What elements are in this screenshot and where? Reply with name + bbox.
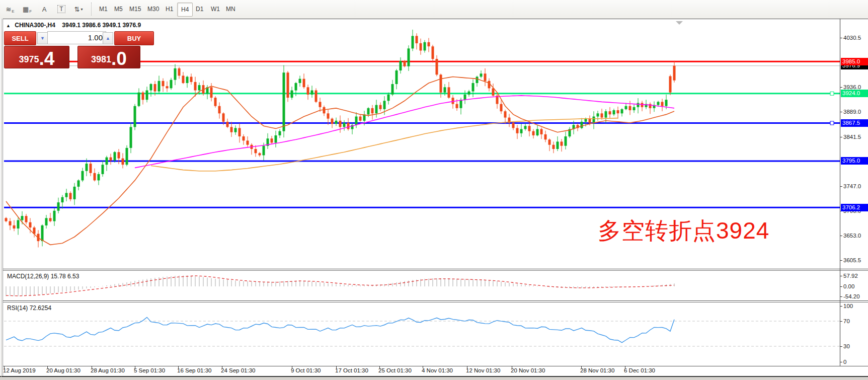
rsi-tick-label: 70 [843, 318, 850, 325]
fibonacci-grid-tool-icon[interactable]: ▦F [21, 3, 33, 15]
timeframe-button-m15[interactable]: M15 [126, 3, 144, 16]
macd-tick-mark [840, 286, 842, 287]
price-badge-3706.2: 3706.2 [841, 204, 868, 211]
price-tick-label: 3747.0 [843, 183, 861, 190]
window-left-border [1, 19, 2, 377]
macd-separator[interactable] [3, 269, 868, 269]
price-axis-border [840, 19, 840, 366]
macd-label: MACD(12,26,9) 15.78 6.53 [7, 273, 79, 280]
volume-input[interactable]: 1.00 [47, 31, 106, 44]
price-tick-label: 3841.5 [843, 133, 861, 140]
price-badge-3985.0: 3985.0 [841, 58, 868, 65]
price-badge-3795.0: 3795.0 [841, 157, 868, 165]
buy-price-fraction: .0 [111, 50, 127, 67]
timeframe-button-m5[interactable]: M5 [111, 3, 126, 16]
price-badge-3867.5: 3867.5 [841, 119, 868, 127]
timeframe-button-mn[interactable]: MN [222, 3, 239, 16]
toolbar: ≋E▦FAT⇅▾M1M5M15M30H1H4D1W1MN [0, 0, 868, 19]
volume-increase-button[interactable]: ▲ [103, 32, 113, 44]
ohlc-values: 3949.1 3986.6 3949.1 3976.9 [62, 22, 141, 29]
price-badge-3924.0: 3924.0 [841, 90, 868, 97]
date-label: 6 Dec 01:30 [624, 367, 655, 373]
date-label: 16 Sep 01:30 [177, 367, 211, 373]
date-label: 5 Sep 01:30 [134, 367, 165, 373]
timeframe-button-m30[interactable]: M30 [144, 3, 163, 16]
chart-shift-marker-icon [676, 21, 683, 25]
text-box-tool-icon[interactable]: T [55, 3, 67, 15]
macd-tick-mark [840, 296, 842, 297]
rsi-tick-mark [840, 346, 842, 347]
rsi-tick-label: 0 [843, 358, 846, 365]
date-label: 25 Oct 01:30 [378, 367, 412, 373]
buy-price-display[interactable]: 3981 .0 [77, 46, 140, 68]
timeframe-button-m1[interactable]: M1 [96, 3, 111, 16]
price-tick-mark [840, 186, 842, 187]
price-tick-mark [840, 87, 842, 88]
freehand-draw-tool-icon[interactable]: ≋E [4, 3, 16, 15]
date-label: 28 Nov 01:30 [580, 367, 614, 373]
rsi-separator[interactable] [3, 300, 868, 301]
timeframe-button-d1[interactable]: D1 [192, 3, 207, 16]
rsi-tick-label: 100 [843, 302, 853, 310]
rsi-tick-label: 30 [843, 343, 850, 350]
sell-button[interactable]: SELL [4, 31, 36, 45]
window-bottom-strip [0, 377, 868, 380]
sell-price-main: 3975 [19, 54, 39, 65]
macd-tick-label: -54.20 [843, 293, 860, 300]
chart-symbol-header: ▲ CHINA300-,H4 3949.1 3986.6 3949.1 3976… [6, 22, 141, 29]
arrows-tool-icon[interactable]: ⇅▾ [72, 3, 85, 15]
sell-price-fraction: .4 [39, 50, 55, 67]
rsi-tick-mark [840, 321, 842, 322]
symbol-name: CHINA300-,H4 [15, 22, 55, 29]
mt4-window: ≋E▦FAT⇅▾M1M5M15M30H1H4D1W1MN ▲ CHINA300-… [0, 0, 868, 380]
chart-text-annotation[interactable]: 多空转折点3924 [598, 215, 769, 247]
date-label: 20 Aug 01:30 [46, 367, 81, 373]
price-tick-mark [840, 137, 842, 137]
text-label-tool-icon[interactable]: A [38, 3, 50, 15]
volume-decrease-button[interactable]: ▼ [37, 32, 48, 44]
price-tick-label: 3605.5 [843, 257, 861, 264]
price-tick-label: 3653.0 [843, 232, 861, 239]
price-tick-mark [840, 260, 842, 261]
macd-chart-canvas[interactable] [3, 271, 840, 300]
price-tick-mark [840, 236, 842, 236]
date-label: 20 Nov 01:30 [511, 367, 545, 373]
macd-tick-mark [840, 276, 842, 276]
macd-tick-label: 0.00 [843, 283, 854, 290]
price-tick-mark [840, 38, 842, 38]
rsi-label: RSI(14) 72.6254 [7, 305, 51, 312]
buy-price-main: 3981 [91, 54, 111, 65]
rsi-bottom-border [3, 366, 868, 366]
price-tick-mark [840, 112, 842, 112]
rsi-chart-canvas[interactable] [3, 302, 840, 366]
date-label: 28 Aug 01:30 [91, 367, 125, 373]
date-label: 4 Nov 01:30 [422, 367, 453, 373]
sell-price-display[interactable]: 3975 .4 [4, 46, 69, 68]
collapse-triangle-icon[interactable]: ▲ [6, 23, 11, 28]
date-label: 12 Aug 2019 [3, 367, 36, 373]
price-tick-label: 4030.5 [843, 34, 861, 41]
timeframe-button-h4[interactable]: H4 [177, 3, 193, 17]
rsi-tick-mark [840, 306, 842, 307]
toolbar-separator [91, 3, 92, 16]
date-label: 17 Oct 01:30 [335, 367, 368, 373]
rsi-tick-mark [840, 362, 842, 362]
date-label: 24 Sep 01:30 [221, 367, 255, 373]
timeframe-button-w1[interactable]: W1 [207, 3, 223, 16]
buy-button[interactable]: BUY [114, 31, 154, 45]
macd-tick-label: 57.92 [843, 272, 858, 279]
timeframe-button-h1[interactable]: H1 [162, 3, 177, 16]
price-tick-label: 3889.0 [843, 108, 861, 115]
date-label: 12 Nov 01:30 [466, 367, 500, 373]
date-label: 9 Oct 01:30 [291, 367, 321, 373]
